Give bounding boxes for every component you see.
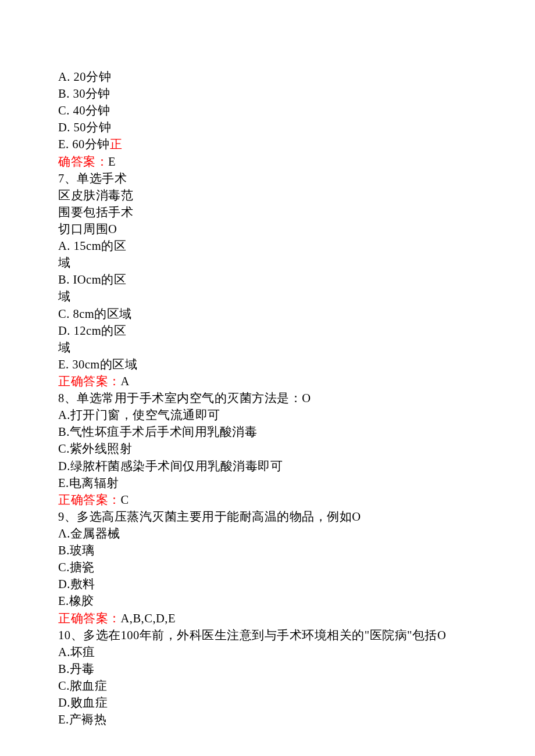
q7-stem-l4: 切口周围O	[58, 221, 174, 238]
q9-option-d: D.敷料	[58, 576, 491, 593]
q6-answer-label: 确答案：	[58, 155, 108, 168]
q9-answer-value: A,B,C,D,E	[121, 612, 176, 625]
document-page: A. 20分钟 B. 30分钟 C. 40分钟 D. 50分钟 E. 60分钟正…	[0, 0, 535, 756]
q8-answer-line: 正确答案：C	[58, 492, 491, 508]
q10-option-b: B.丹毒	[58, 661, 491, 678]
q7-answer-line: 正确答案：A	[58, 373, 491, 390]
q7-answer-value: A	[121, 375, 130, 388]
q9-option-b: B.玻璃	[58, 542, 491, 559]
q8-stem: 8、单选常用于手术室内空气的灭菌方法是：O	[58, 390, 491, 407]
q7-option-c: C. 8cm的区域	[58, 306, 174, 323]
q10-option-a: A.坏疽	[58, 644, 491, 661]
q9-option-a: Λ.金属器械	[58, 525, 491, 542]
q7-option-d-l1: D. 12cm的区	[58, 323, 174, 339]
q10-option-c: C.脓血症	[58, 678, 491, 694]
q8-answer-label: 正确答案：	[58, 493, 121, 506]
q10-option-d: D.败血症	[58, 694, 491, 711]
q7-option-a-l2: 域	[58, 255, 174, 271]
q7-stem-l2: 区皮肤消毒范	[58, 187, 174, 204]
q10-option-e: E.产褥热	[58, 711, 491, 728]
q6-option-d: D. 50分钟	[58, 119, 491, 136]
q8-option-c: C.紫外线照射	[58, 440, 491, 457]
q7-option-a-l1: A. 15cm的区	[58, 238, 174, 255]
q8-answer-value: C	[121, 493, 129, 506]
q7-stem-l1: 7、单选手术	[58, 170, 174, 187]
q6-option-a: A. 20分钟	[58, 69, 491, 85]
q7-option-b-l2: 域	[58, 288, 174, 305]
q8-option-b: B.气性坏疽手术后手术间用乳酸消毒	[58, 424, 491, 440]
q9-answer-label: 正确答案：	[58, 612, 121, 625]
q9-answer-line: 正确答案：A,B,C,D,E	[58, 610, 491, 627]
q7-option-e: E. 30cm的区域	[58, 356, 491, 373]
q6-option-e: E. 60分钟正	[58, 136, 491, 153]
q6-answer-value: E	[108, 155, 116, 168]
q8-option-d: D.绿脓杆菌感染手术间仅用乳酸消毒即可	[58, 458, 491, 475]
q6-option-e-text: E. 60分钟	[58, 138, 110, 151]
q6-answer-fragment-1: 正	[110, 138, 123, 151]
q7-option-d-l2: 域	[58, 339, 174, 356]
q9-stem: 9、多选高压蒸汽灭菌主要用于能耐高温的物品，例如O	[58, 508, 491, 525]
q9-option-c: C.搪瓷	[58, 559, 491, 576]
q6-option-c: C. 40分钟	[58, 102, 491, 119]
q6-option-b: B. 30分钟	[58, 85, 491, 102]
q7-option-b-l1: B. IOcm的区	[58, 271, 174, 288]
q8-option-e: E.电离辐射	[58, 475, 491, 492]
q8-option-a: A.打开门窗，使空气流通即可	[58, 407, 491, 424]
q10-stem: 10、多选在100年前，外科医生注意到与手术环境相关的"医院病"包括O	[58, 627, 491, 644]
q7-answer-label: 正确答案：	[58, 375, 121, 388]
q9-option-e: E.橡胶	[58, 593, 491, 610]
q7-stem-l3: 围要包括手术	[58, 204, 174, 221]
q6-answer-line: 确答案：E	[58, 153, 491, 170]
